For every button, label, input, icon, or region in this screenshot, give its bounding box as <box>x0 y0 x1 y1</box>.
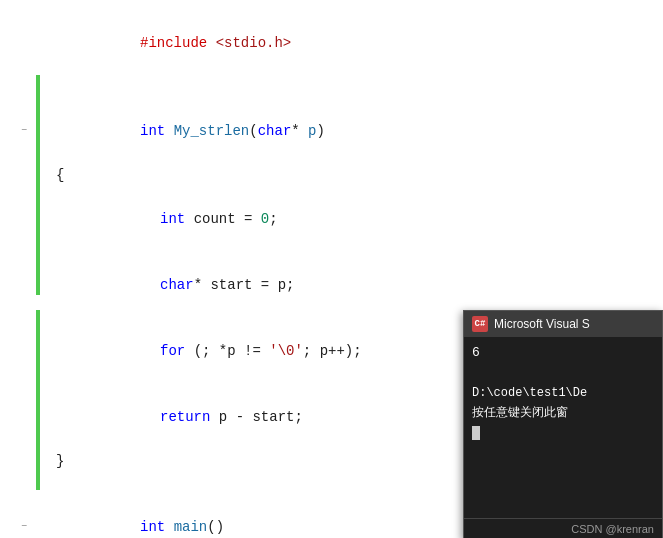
kw-int-2: int <box>160 211 185 227</box>
code-line-11: int main() <box>36 494 224 538</box>
kw-for: for <box>160 343 185 359</box>
code-line-5: int count = 0; <box>36 186 278 252</box>
kw-char-1: char <box>258 123 292 139</box>
kw-int-1: int <box>140 123 165 139</box>
gutter-11: − <box>0 521 36 533</box>
terminal-output-3: D:\code\test1\De <box>472 383 654 403</box>
terminal-overlay: C# Microsoft Visual S 6 D:\code\test1\De… <box>463 310 663 538</box>
editor-container: #include <stdio.h> − int My_strlen(char*… <box>0 0 663 538</box>
terminal-footer-text: CSDN @krenran <box>571 523 654 535</box>
num-0-1: 0 <box>261 211 269 227</box>
code-line-3: int My_strlen(char* p) <box>36 98 325 164</box>
kw-return-1: return <box>160 409 210 425</box>
collapse-fn1-btn[interactable]: − <box>18 125 30 137</box>
line-5: int count = 0; <box>0 186 663 252</box>
terminal-cursor-line <box>472 423 654 443</box>
terminal-body: 6 D:\code\test1\De 按任意键关闭此窗 <box>464 337 662 518</box>
line-1: #include <stdio.h> <box>0 10 663 76</box>
line-2 <box>0 76 663 98</box>
line-6: char* start = p; <box>0 252 663 318</box>
terminal-titlebar: C# Microsoft Visual S <box>464 311 662 337</box>
code-line-8: return p - start; <box>36 384 303 450</box>
kw-int-3: int <box>140 519 165 535</box>
fn-name-main: main <box>174 519 208 535</box>
collapse-fn2-btn[interactable]: − <box>18 521 30 533</box>
terminal-icon-label: C# <box>475 319 486 329</box>
keyword-include: #include <box>140 35 207 51</box>
line-3: − int My_strlen(char* p) <box>0 98 663 164</box>
param-p: p <box>308 123 316 139</box>
terminal-footer: CSDN @krenran <box>464 518 662 538</box>
include-path: <stdio.h> <box>216 35 292 51</box>
terminal-cursor <box>472 426 480 440</box>
terminal-output-2 <box>472 363 654 383</box>
line-4: { <box>0 164 663 186</box>
terminal-icon: C# <box>472 316 488 332</box>
fn-name-mystrlen: My_strlen <box>174 123 250 139</box>
terminal-title: Microsoft Visual S <box>494 317 590 331</box>
char-lit-null: '\0' <box>269 343 303 359</box>
terminal-output-1: 6 <box>472 343 654 363</box>
code-line-7: for (; *p != '\0'; p++); <box>36 318 362 384</box>
kw-char-2: char <box>160 277 194 293</box>
code-line-9: } <box>36 450 64 472</box>
code-line-4: { <box>36 164 64 186</box>
editor-wrapper: #include <stdio.h> − int My_strlen(char*… <box>0 0 663 538</box>
terminal-output-4: 按任意键关闭此窗 <box>472 403 654 423</box>
code-line-1: #include <stdio.h> <box>36 10 291 76</box>
gutter-3: − <box>0 125 36 137</box>
code-line-6: char* start = p; <box>36 252 294 318</box>
